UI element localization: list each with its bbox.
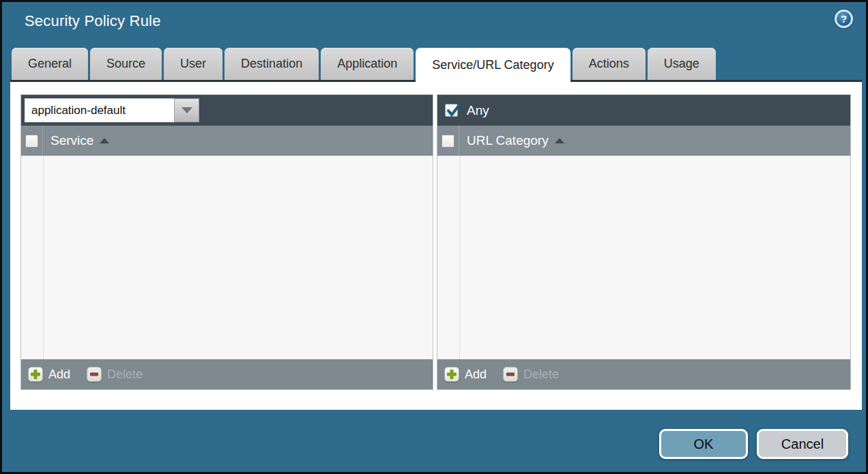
tab-usage[interactable]: Usage <box>648 48 716 80</box>
service-type-dropdown[interactable] <box>25 98 199 122</box>
tab-source[interactable]: Source <box>90 48 162 80</box>
any-checkbox[interactable] <box>445 104 458 117</box>
url-category-select-all-cell <box>437 126 459 156</box>
url-category-panel-toolbar: Any <box>437 95 850 126</box>
url-category-add-button[interactable]: Add <box>444 367 487 382</box>
help-icon[interactable]: ? <box>835 10 853 28</box>
tab-user[interactable]: User <box>164 48 222 80</box>
minus-icon <box>503 367 518 382</box>
url-category-delete-button[interactable]: Delete <box>503 367 559 382</box>
service-select-all-checkbox[interactable] <box>25 135 38 148</box>
service-type-dropdown-button[interactable] <box>174 98 199 122</box>
dialog-title: Security Policy Rule <box>25 12 161 30</box>
tab-general[interactable]: General <box>12 48 88 80</box>
service-delete-button[interactable]: Delete <box>87 367 143 382</box>
chevron-down-icon <box>182 107 192 113</box>
plus-icon <box>28 367 43 382</box>
tab-content: Service Add Delete <box>10 80 862 410</box>
service-select-all-cell <box>21 126 43 156</box>
ok-button[interactable]: OK <box>659 429 748 459</box>
titlebar: Security Policy Rule ? <box>2 2 866 44</box>
service-panel-toolbar <box>21 95 433 126</box>
tab-bar: General Source User Destination Applicat… <box>12 48 859 80</box>
tab-application[interactable]: Application <box>321 48 414 80</box>
checkmark-icon <box>446 103 461 119</box>
service-add-button[interactable]: Add <box>28 367 70 382</box>
tab-destination[interactable]: Destination <box>225 48 319 80</box>
url-category-column-label: URL Category <box>467 133 564 148</box>
url-category-column-header[interactable]: URL Category <box>437 126 850 156</box>
url-category-panel: Any URL Category <box>437 94 851 390</box>
service-panel: Service Add Delete <box>20 94 433 390</box>
dialog-actions: OK Cancel <box>659 429 848 459</box>
sort-ascending-icon <box>555 138 564 143</box>
cancel-button[interactable]: Cancel <box>757 429 848 459</box>
tab-actions[interactable]: Actions <box>573 48 646 80</box>
service-column-label: Service <box>50 133 109 148</box>
tab-service-url-category[interactable]: Service/URL Category <box>416 48 570 82</box>
sort-ascending-icon <box>100 138 109 143</box>
plus-icon <box>444 367 459 382</box>
url-category-panel-footer: Add Delete <box>437 359 850 389</box>
service-panel-footer: Add Delete <box>21 359 433 389</box>
minus-icon <box>87 367 102 382</box>
any-checkbox-label: Any <box>467 103 489 118</box>
any-row: Any <box>441 103 489 118</box>
service-list-body[interactable] <box>21 156 433 359</box>
url-category-list-body[interactable] <box>437 156 850 359</box>
service-type-dropdown-value[interactable] <box>25 98 174 122</box>
security-policy-rule-dialog: Security Policy Rule ? General Source Us… <box>0 0 868 474</box>
service-column-header[interactable]: Service <box>21 126 433 156</box>
url-category-select-all-checkbox[interactable] <box>442 135 454 148</box>
